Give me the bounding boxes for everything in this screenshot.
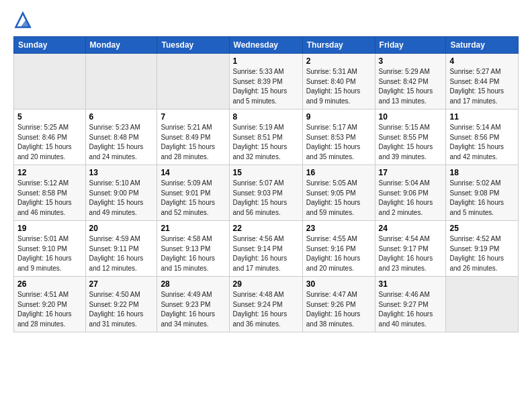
day-cell: 2Sunrise: 5:31 AM Sunset: 8:40 PM Daylig… xyxy=(302,54,375,109)
day-cell: 9Sunrise: 5:17 AM Sunset: 8:53 PM Daylig… xyxy=(302,109,375,165)
day-cell: 19Sunrise: 5:01 AM Sunset: 9:10 PM Dayli… xyxy=(14,221,86,277)
day-number: 1 xyxy=(233,56,299,66)
day-cell: 25Sunrise: 4:52 AM Sunset: 9:19 PM Dayli… xyxy=(446,221,519,277)
day-cell: 6Sunrise: 5:23 AM Sunset: 8:48 PM Daylig… xyxy=(85,109,157,165)
day-info: Sunrise: 4:54 AM Sunset: 9:17 PM Dayligh… xyxy=(379,234,443,273)
day-info: Sunrise: 5:14 AM Sunset: 8:56 PM Dayligh… xyxy=(449,123,515,162)
day-number: 8 xyxy=(233,112,299,122)
day-info: Sunrise: 5:05 AM Sunset: 9:05 PM Dayligh… xyxy=(306,179,371,218)
day-cell: 12Sunrise: 5:12 AM Sunset: 8:58 PM Dayli… xyxy=(14,165,86,221)
header xyxy=(13,11,519,30)
day-cell: 14Sunrise: 5:09 AM Sunset: 9:01 PM Dayli… xyxy=(157,165,229,221)
day-info: Sunrise: 4:55 AM Sunset: 9:16 PM Dayligh… xyxy=(306,234,371,273)
day-info: Sunrise: 5:29 AM Sunset: 8:42 PM Dayligh… xyxy=(379,67,443,106)
day-cell xyxy=(157,54,229,109)
day-cell xyxy=(14,54,86,109)
col-header-saturday: Saturday xyxy=(446,37,519,54)
day-number: 17 xyxy=(379,168,443,177)
day-cell: 23Sunrise: 4:55 AM Sunset: 9:16 PM Dayli… xyxy=(302,221,375,277)
day-info: Sunrise: 5:07 AM Sunset: 9:03 PM Dayligh… xyxy=(233,179,299,218)
day-number: 15 xyxy=(233,168,299,177)
day-info: Sunrise: 4:47 AM Sunset: 9:26 PM Dayligh… xyxy=(306,290,371,329)
day-cell: 11Sunrise: 5:14 AM Sunset: 8:56 PM Dayli… xyxy=(446,109,519,165)
day-info: Sunrise: 5:10 AM Sunset: 9:00 PM Dayligh… xyxy=(89,179,154,218)
day-number: 16 xyxy=(306,168,371,177)
day-number: 26 xyxy=(17,279,82,289)
day-info: Sunrise: 4:58 AM Sunset: 9:13 PM Dayligh… xyxy=(161,234,225,273)
col-header-thursday: Thursday xyxy=(302,37,375,54)
day-number: 12 xyxy=(17,168,82,177)
col-header-friday: Friday xyxy=(375,37,446,54)
day-info: Sunrise: 5:09 AM Sunset: 9:01 PM Dayligh… xyxy=(161,179,225,218)
day-number: 21 xyxy=(161,224,225,233)
page: SundayMondayTuesdayWednesdayThursdayFrid… xyxy=(0,0,532,339)
day-cell: 15Sunrise: 5:07 AM Sunset: 9:03 PM Dayli… xyxy=(229,165,302,221)
day-cell: 16Sunrise: 5:05 AM Sunset: 9:05 PM Dayli… xyxy=(302,165,375,221)
logo-icon xyxy=(13,11,32,30)
day-cell: 20Sunrise: 4:59 AM Sunset: 9:11 PM Dayli… xyxy=(85,221,157,277)
week-row-5: 26Sunrise: 4:51 AM Sunset: 9:20 PM Dayli… xyxy=(14,277,519,332)
day-number: 29 xyxy=(233,279,299,289)
day-cell: 13Sunrise: 5:10 AM Sunset: 9:00 PM Dayli… xyxy=(85,165,157,221)
day-number: 11 xyxy=(449,112,515,122)
day-info: Sunrise: 5:25 AM Sunset: 8:46 PM Dayligh… xyxy=(17,123,82,162)
day-cell: 31Sunrise: 4:46 AM Sunset: 9:27 PM Dayli… xyxy=(375,277,446,332)
week-row-3: 12Sunrise: 5:12 AM Sunset: 8:58 PM Dayli… xyxy=(14,165,519,221)
day-info: Sunrise: 5:31 AM Sunset: 8:40 PM Dayligh… xyxy=(306,67,371,106)
day-cell: 10Sunrise: 5:15 AM Sunset: 8:55 PM Dayli… xyxy=(375,109,446,165)
day-info: Sunrise: 4:49 AM Sunset: 9:23 PM Dayligh… xyxy=(161,290,225,329)
week-row-1: 1Sunrise: 5:33 AM Sunset: 8:39 PM Daylig… xyxy=(14,54,519,109)
day-number: 7 xyxy=(161,112,225,122)
day-info: Sunrise: 5:15 AM Sunset: 8:55 PM Dayligh… xyxy=(379,123,443,162)
logo xyxy=(13,11,35,30)
week-row-2: 5Sunrise: 5:25 AM Sunset: 8:46 PM Daylig… xyxy=(14,109,519,165)
day-number: 10 xyxy=(379,112,443,122)
day-number: 31 xyxy=(379,279,443,289)
day-cell: 30Sunrise: 4:47 AM Sunset: 9:26 PM Dayli… xyxy=(302,277,375,332)
day-number: 28 xyxy=(161,279,225,289)
day-info: Sunrise: 4:48 AM Sunset: 9:24 PM Dayligh… xyxy=(233,290,299,329)
day-cell: 27Sunrise: 4:50 AM Sunset: 9:22 PM Dayli… xyxy=(85,277,157,332)
day-cell: 21Sunrise: 4:58 AM Sunset: 9:13 PM Dayli… xyxy=(157,221,229,277)
col-header-sunday: Sunday xyxy=(14,37,86,54)
day-cell: 7Sunrise: 5:21 AM Sunset: 8:49 PM Daylig… xyxy=(157,109,229,165)
day-number: 23 xyxy=(306,224,371,233)
day-info: Sunrise: 4:56 AM Sunset: 9:14 PM Dayligh… xyxy=(233,234,299,273)
header-row: SundayMondayTuesdayWednesdayThursdayFrid… xyxy=(14,37,519,54)
day-cell: 4Sunrise: 5:27 AM Sunset: 8:44 PM Daylig… xyxy=(446,54,519,109)
day-number: 27 xyxy=(89,279,154,289)
day-number: 9 xyxy=(306,112,371,122)
day-number: 19 xyxy=(17,224,82,233)
day-info: Sunrise: 5:23 AM Sunset: 8:48 PM Dayligh… xyxy=(89,123,154,162)
svg-marker-1 xyxy=(21,19,32,27)
col-header-tuesday: Tuesday xyxy=(157,37,229,54)
day-cell: 24Sunrise: 4:54 AM Sunset: 9:17 PM Dayli… xyxy=(375,221,446,277)
day-info: Sunrise: 5:12 AM Sunset: 8:58 PM Dayligh… xyxy=(17,179,82,218)
day-number: 30 xyxy=(306,279,371,289)
day-info: Sunrise: 5:19 AM Sunset: 8:51 PM Dayligh… xyxy=(233,123,299,162)
day-number: 6 xyxy=(89,112,154,122)
calendar-table: SundayMondayTuesdayWednesdayThursdayFrid… xyxy=(13,36,519,332)
day-number: 18 xyxy=(449,168,515,177)
day-number: 5 xyxy=(17,112,82,122)
day-number: 2 xyxy=(306,56,371,66)
day-number: 3 xyxy=(379,56,443,66)
day-cell: 17Sunrise: 5:04 AM Sunset: 9:06 PM Dayli… xyxy=(375,165,446,221)
day-cell: 29Sunrise: 4:48 AM Sunset: 9:24 PM Dayli… xyxy=(229,277,302,332)
day-info: Sunrise: 4:52 AM Sunset: 9:19 PM Dayligh… xyxy=(449,234,515,273)
day-info: Sunrise: 5:02 AM Sunset: 9:08 PM Dayligh… xyxy=(449,179,515,218)
day-cell: 1Sunrise: 5:33 AM Sunset: 8:39 PM Daylig… xyxy=(229,54,302,109)
day-info: Sunrise: 5:21 AM Sunset: 8:49 PM Dayligh… xyxy=(161,123,225,162)
col-header-monday: Monday xyxy=(85,37,157,54)
day-info: Sunrise: 5:33 AM Sunset: 8:39 PM Dayligh… xyxy=(233,67,299,106)
day-cell: 5Sunrise: 5:25 AM Sunset: 8:46 PM Daylig… xyxy=(14,109,86,165)
day-info: Sunrise: 5:17 AM Sunset: 8:53 PM Dayligh… xyxy=(306,123,371,162)
day-number: 25 xyxy=(449,224,515,233)
day-info: Sunrise: 4:59 AM Sunset: 9:11 PM Dayligh… xyxy=(89,234,154,273)
day-info: Sunrise: 4:51 AM Sunset: 9:20 PM Dayligh… xyxy=(17,290,82,329)
day-number: 20 xyxy=(89,224,154,233)
day-info: Sunrise: 4:46 AM Sunset: 9:27 PM Dayligh… xyxy=(379,290,443,329)
day-number: 24 xyxy=(379,224,443,233)
day-cell: 28Sunrise: 4:49 AM Sunset: 9:23 PM Dayli… xyxy=(157,277,229,332)
day-cell: 3Sunrise: 5:29 AM Sunset: 8:42 PM Daylig… xyxy=(375,54,446,109)
